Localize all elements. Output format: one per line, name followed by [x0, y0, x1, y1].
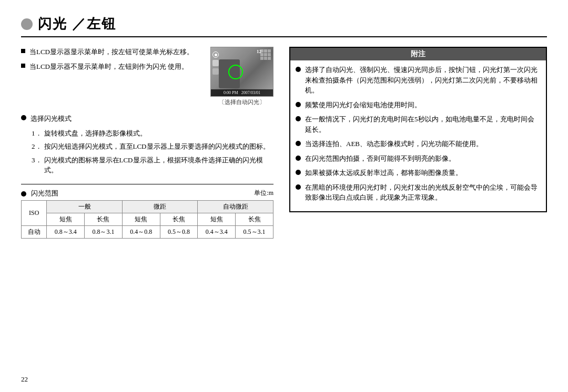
note-bullet-3	[296, 116, 301, 121]
step-1-num: 1．	[32, 128, 42, 139]
short-focal-2: 短焦	[122, 213, 160, 225]
intro-text-1: 当LCD显示器显示菜单时，按左钮可使菜单光标左移。	[29, 47, 194, 57]
page-title: 闪光 ／左钮	[38, 15, 116, 33]
note-2: 频繁使用闪光灯会缩短电池使用时间。	[296, 100, 541, 110]
page-number: 22	[21, 375, 28, 384]
flash-range-header: 闪光范围 单位:m	[21, 189, 273, 198]
step-2: 2． 按闪光钮选择闪光模式，直至LCD显示器上显示要选择的闪光模式的图标。	[32, 141, 273, 152]
step-1-text: 旋转模式盘，选择静态影像模式。	[44, 128, 147, 139]
intro-section: 当LCD显示器显示菜单时，按左钮可使菜单光标左移。 当LCD显示器不显示菜单时，…	[21, 47, 273, 106]
iso-cell: 自动	[22, 225, 47, 238]
title-bullet-icon	[21, 18, 33, 30]
fuzhui-title: 附注	[290, 48, 546, 60]
content-area: 当LCD显示器显示菜单时，按左钮可使菜单光标左移。 当LCD显示器不显示菜单时，…	[21, 47, 547, 239]
flash-mode-steps: 1． 旋转模式盘，选择静态影像模式。 2． 按闪光钮选择闪光模式，直至LCD显示…	[21, 128, 273, 176]
general-header: 一般	[47, 200, 123, 213]
camera-left-icons	[212, 51, 219, 75]
square-bullet-icon	[21, 49, 25, 53]
step-2-num: 2．	[32, 141, 42, 152]
fuzhui-box: 附注 选择了自动闪光、强制闪光、慢速闪光同步后，按快门钮，闪光灯第一次闪光来检查…	[289, 47, 547, 212]
note-7: 在黑暗的环境使用闪光灯时，闪光灯发出的光线反射空气中的尘埃，可能会导致影像出现白…	[296, 182, 541, 203]
circle-bullet-icon-3	[21, 115, 26, 120]
note-text-7: 在黑暗的环境使用闪光灯时，闪光灯发出的光线反射空气中的尘埃，可能会导致影像出现白…	[305, 182, 541, 203]
note-bullet-2	[296, 102, 301, 107]
camera-shot-count: 12	[257, 49, 261, 54]
note-text-4: 当选择连拍、AEB、动态影像模式时，闪光功能不能使用。	[305, 139, 483, 149]
select-flash-mode-item: 选择闪光模式	[21, 114, 273, 124]
intro-text: 当LCD显示器显示菜单时，按左钮可使菜单光标左移。 当LCD显示器不显示菜单时，…	[21, 47, 205, 106]
note-bullet-1	[296, 67, 301, 72]
auto-macro-header: 自动微距	[198, 200, 273, 213]
bullet-item-1: 当LCD显示器显示菜单时，按左钮可使菜单光标左移。	[21, 47, 205, 57]
note-text-1: 选择了自动闪光、强制闪光、慢速闪光同步后，按快门钮，闪光灯第一次闪光来检查拍摄条…	[305, 65, 541, 96]
short-focal-3: 短焦	[198, 213, 236, 225]
table-header-row-2: 短焦 长焦 短焦 长焦 短焦 长焦	[22, 213, 273, 225]
val-3: 0.4～0.8	[122, 225, 160, 238]
right-column: 附注 选择了自动闪光、强制闪光、慢速闪光同步后，按快门钮，闪光灯第一次闪光来检查…	[289, 47, 547, 239]
fuzhui-content: 选择了自动闪光、强制闪光、慢速闪光同步后，按快门钮，闪光灯第一次闪光来检查拍摄条…	[290, 60, 546, 211]
step-3-text: 闪光模式的图标将显示在LCD显示器上，根据环境条件选择正确的闪光模式。	[44, 155, 274, 176]
intro-text-2: 当LCD显示器不显示菜单时，左钮则作为闪光 使用。	[29, 61, 188, 72]
flash-range-unit: 单位:m	[254, 189, 273, 198]
note-bullet-4	[296, 141, 301, 146]
step-3: 3． 闪光模式的图标将显示在LCD显示器上，根据环境条件选择正确的闪光模式。	[32, 155, 273, 176]
short-focal-1: 短焦	[47, 213, 85, 225]
camera-caption: 〔选择自动闪光〕	[219, 98, 265, 106]
step-1: 1． 旋转模式盘，选择静态影像模式。	[32, 128, 273, 139]
long-focal-1: 长焦	[85, 213, 123, 225]
note-6: 如果被摄体太远或反射率过高，都将影响图像质量。	[296, 168, 541, 178]
camera-preview: 12	[210, 47, 273, 97]
flash-range-table: ISO 一般 微距 自动微距 短焦 长焦 短焦 长焦 短焦 长焦	[21, 200, 273, 239]
flash-range-section: 闪光范围 单位:m ISO 一般 微距 自动微距 短焦	[21, 184, 273, 239]
bullet-item-2: 当LCD显示器不显示菜单时，左钮则作为闪光 使用。	[21, 61, 205, 72]
note-3: 在一般情况下，闪光灯的充电时间在5秒以内，如电池电量不足，充电时间会延长。	[296, 114, 541, 135]
note-bullet-5	[296, 156, 301, 161]
left-column: 当LCD显示器显示菜单时，按左钮可使菜单光标左移。 当LCD显示器不显示菜单时，…	[21, 47, 273, 239]
val-1: 0.8～3.4	[47, 225, 85, 238]
camera-grid-icon	[260, 49, 271, 60]
val-2: 0.8～3.1	[85, 225, 123, 238]
iso-header: ISO	[22, 200, 47, 225]
title-bar: 闪光 ／左钮	[21, 15, 547, 37]
note-text-6: 如果被摄体太远或反射率过高，都将影响图像质量。	[305, 168, 462, 178]
macro-header: 微距	[122, 200, 198, 213]
long-focal-3: 长焦	[236, 213, 273, 225]
flash-range-label: 闪光范围	[21, 189, 58, 198]
circle-bullet-icon-range	[21, 191, 26, 197]
camera-timestamp: 0:00 PM 2007/03/01	[211, 89, 273, 96]
note-text-5: 在闪光范围内拍摄，否则可能得不到明亮的影像。	[305, 153, 455, 164]
note-1: 选择了自动闪光、强制闪光、慢速闪光同步后，按快门钮，闪光灯第一次闪光来检查拍摄条…	[296, 65, 541, 96]
long-focal-2: 长焦	[160, 213, 198, 225]
val-5: 0.4～3.4	[198, 225, 236, 238]
square-bullet-icon-2	[21, 64, 25, 68]
note-text-2: 频繁使用闪光灯会缩短电池使用时间。	[305, 100, 421, 110]
note-5: 在闪光范围内拍摄，否则可能得不到明亮的影像。	[296, 153, 541, 164]
page: 闪光 ／左钮 当LCD显示器显示菜单时，按左钮可使菜单光标左移。 当LCD显示器…	[0, 0, 568, 392]
val-4: 0.5～0.8	[160, 225, 198, 238]
val-6: 0.5～3.1	[236, 225, 273, 238]
step-3-num: 3．	[32, 155, 42, 166]
note-bullet-7	[296, 184, 301, 190]
note-text-3: 在一般情况下，闪光灯的充电时间在5秒以内，如电池电量不足，充电时间会延长。	[305, 114, 541, 135]
camera-focus-circle-icon	[228, 65, 243, 79]
table-header-row-1: ISO 一般 微距 自动微距	[22, 200, 273, 213]
step-2-text: 按闪光钮选择闪光模式，直至LCD显示器上显示要选择的闪光模式的图标。	[44, 141, 270, 152]
table-row: 自动 0.8～3.4 0.8～3.1 0.4～0.8 0.5～0.8 0.4～3…	[22, 225, 273, 238]
select-flash-label: 选择闪光模式	[31, 114, 72, 124]
note-4: 当选择连拍、AEB、动态影像模式时，闪光功能不能使用。	[296, 139, 541, 149]
note-bullet-6	[296, 170, 301, 175]
